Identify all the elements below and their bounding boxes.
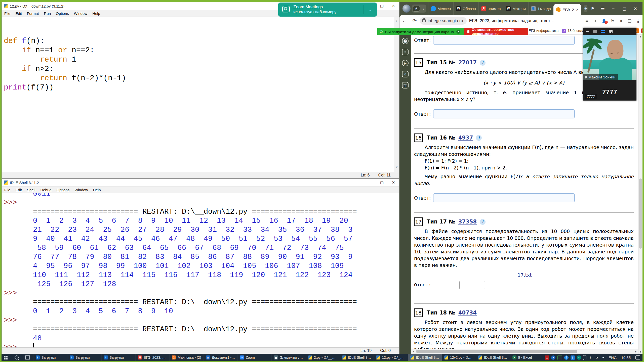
action-center-icon[interactable] [635,355,640,359]
menu-item-run[interactable]: Run [42,11,54,16]
question-id-link[interactable]: 40734 [458,310,477,316]
language-indicator[interactable]: ENG [609,355,617,360]
scroll-right-icon[interactable]: ► [634,350,638,353]
reload-icon[interactable]: ⟳ [410,18,420,24]
video-view-icon[interactable] [593,30,597,33]
taskbar-button-Загрузки[interactable]: ⬇Загрузки [101,354,135,361]
taskbar-button-IDLE Shell 3.11.2[interactable]: IDLE Shell 3.11.2 [408,354,442,361]
bluetooth-icon[interactable]: ᛒ [571,355,575,360]
taskbar-button-Загрузки[interactable]: ⬇Загрузки [67,354,101,361]
tabs-count-icon[interactable]: 6 [402,71,409,77]
network-icon[interactable]: 🖳 [595,355,599,360]
close-icon[interactable]: ✕ [630,6,641,11]
url-text[interactable]: inf-ege.sdamgia.ru [428,18,463,23]
zoom-tray-icon[interactable]: ● [551,355,555,360]
tray-badge-icon[interactable]: 2 [564,355,569,360]
menu-item-shell[interactable]: Shell [24,188,38,192]
zoom-search-icon[interactable]: ⌕ [591,19,600,23]
menu-item-debug[interactable]: Debug [38,188,54,192]
back-icon[interactable]: ← [399,18,410,24]
tab-ЕГЭ–2[interactable]: ЕГЭ–2✕ [553,4,581,15]
gallery-view-icon[interactable] [609,30,613,33]
scroll-up-icon[interactable]: ∧ [396,17,398,26]
answer-input[interactable] [459,281,485,289]
tab-Мессен[interactable]: Мессен [428,2,453,15]
menu-item-window[interactable]: Window [72,188,90,192]
scrollbar-thumb[interactable] [416,350,577,353]
phone-link-icon[interactable] [583,355,586,360]
scroll-up-icon[interactable]: ▲ [639,35,642,39]
minimize-icon[interactable]: – [365,179,376,186]
tab-Облачн[interactable]: WОблачн [453,2,478,15]
feed-icon[interactable]: ≡ [402,49,409,55]
shell-output-area[interactable]: 0011>>>======================== RESTART:… [2,193,399,347]
play-icon[interactable]: ▶ [402,60,409,66]
zoom-video-panel[interactable]: Максим Зойкин 7777 7777 [583,28,636,101]
file-link-text[interactable]: 17.txt [517,272,532,278]
new-tab-button[interactable]: + [584,5,588,12]
profile-avatar[interactable] [403,5,411,13]
taskbar-button-Загрузки[interactable]: ⬇Загрузки [33,354,67,361]
maximize-icon[interactable]: ▢ [619,6,630,11]
microphone-icon[interactable]: 🎙 [588,355,593,360]
menu-item-help[interactable]: Help [91,188,103,192]
shell-titlebar[interactable]: IDLE Shell 3.11.2 – ▢ ✕ [2,179,399,187]
minimize-icon[interactable] [586,31,589,32]
tray-app-icon[interactable]: ▲ [545,355,549,360]
task-view-button[interactable] [22,354,33,361]
bookmark-ЕГЭ информатика[interactable]: ИЗЕГЭ информатика [523,29,558,33]
antivirus-icon[interactable]: ✔ [577,355,581,360]
tab-counter[interactable]: 6 ∨ [412,5,426,13]
bookmark-icon[interactable]: ⚑ [608,19,617,23]
collections-icon[interactable]: ❏ [625,19,634,23]
info-icon[interactable]: i [480,219,486,225]
menu-item-file[interactable]: File [2,188,13,192]
taskbar-button-9 - Excel[interactable]: X9 - Excel [510,354,544,361]
start-button[interactable] [0,354,11,361]
taskbar-button-Документ1 - Word[interactable]: WДокумент1 - Word [204,354,237,361]
close-icon[interactable]: ✕ [388,3,399,10]
chevron-down-icon[interactable]: ∨ [421,7,426,10]
menu-item-edit[interactable]: Edit [13,188,24,192]
tab-14 зада[interactable]: 👤14 зада [528,2,553,15]
vertical-scrollbar[interactable]: ▲ ▼ [638,35,642,354]
menu-item-help[interactable]: Help [90,11,103,16]
code-editor-area[interactable]: def f(n): if n==1 or n==2: return 1 if n… [2,17,399,172]
scrollbar-thumb[interactable] [639,178,642,249]
download-icon[interactable]: ⭳ [634,19,642,23]
tray-app-icon[interactable] [557,355,562,360]
history-icon[interactable]: 🕐 [402,38,409,44]
menu-item-format[interactable]: Format [24,11,42,16]
close-icon[interactable]: ✕ [388,179,399,186]
taskbar-button-12v2.py - D:\__do...[interactable]: 12v2.py - D:\__do... [442,354,476,361]
screenshot-icon[interactable]: 📷 [402,82,409,88]
taskbar-button-Элементы управ...[interactable]: ▦Элементы управ... [271,354,305,361]
clock[interactable]: 19:55 [621,355,631,360]
profile-icon[interactable]: 👤1 [600,19,608,23]
answer-input[interactable] [433,36,575,45]
close-tab-icon[interactable]: ✕ [576,8,579,12]
taskbar-button-IDLE Shell 3.11.2[interactable]: IDLE Shell 3.11.2 [340,354,374,361]
maximize-icon[interactable]: ▢ [376,179,388,186]
maximize-icon[interactable]: ▢ [376,3,388,10]
menu-icon[interactable]: ☰ [598,6,608,11]
menu-item-edit[interactable]: Edit [13,11,24,16]
stop-sharing-button[interactable]: Остановить совместное использование [464,28,528,35]
taskbar-button-Zoom[interactable]: ●Zoom [237,354,271,361]
scroll-down-icon[interactable]: ▼ [639,350,642,354]
menu-item-file[interactable]: File [2,11,13,16]
speaker-view-icon[interactable] [601,30,605,33]
info-icon[interactable]: i [476,135,482,141]
taskbar-button-Маняська - (2)[interactable]: 2Маняська - (2) [169,354,203,361]
address-bar[interactable]: inf-ege.sdamgia.ru [420,17,467,25]
question-id-link[interactable]: 37358 [458,219,477,225]
zoom-webcam-notification[interactable]: Zoom Meetings использует веб-камеру ⌄ [278,3,377,17]
reader-mode-icon[interactable]: ≣ [583,19,591,23]
scroll-down-icon[interactable]: ∨ [396,163,398,172]
bookmark-flag-icon[interactable]: ⚑ [588,6,598,11]
info-icon[interactable]: i [480,60,486,66]
answer-input[interactable] [433,109,575,118]
taskbar-button-2.py - D:\__down\...[interactable]: 2.py - D:\__down\... [306,354,340,361]
tab-Матери[interactable]: WМатери [503,2,528,15]
volume-icon[interactable]: 🕪 [601,355,605,360]
